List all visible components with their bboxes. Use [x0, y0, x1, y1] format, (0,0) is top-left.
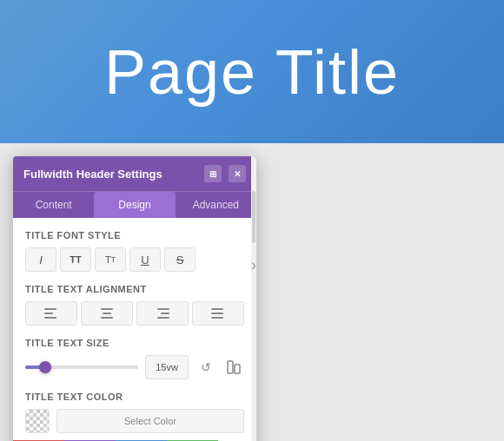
- tab-design[interactable]: Design: [94, 192, 175, 218]
- svg-rect-0: [228, 361, 233, 373]
- panel-settings-icon[interactable]: ⊞: [204, 165, 222, 182]
- panel-header: Fullwidth Header Settings ⊞ ✕: [13, 156, 256, 191]
- color-row: Select Color: [25, 409, 244, 433]
- panel-tabs: Content Design Advanced: [13, 191, 256, 218]
- text-size-row: 15vw ↺: [25, 355, 244, 379]
- panel-content: Title Font Style I TT TT U S Title Text …: [13, 218, 256, 440]
- tab-advanced[interactable]: Advanced: [176, 192, 256, 218]
- text-alignment-label: Title Text Alignment: [25, 284, 244, 294]
- panel-title: Fullwidth Header Settings: [23, 168, 204, 181]
- capitalize-button[interactable]: TT: [95, 247, 126, 272]
- align-center-button[interactable]: [81, 301, 133, 326]
- text-color-label: Title Text Color: [25, 392, 244, 402]
- side-arrow-icon: ›: [251, 256, 256, 274]
- size-reset-button[interactable]: ↺: [196, 357, 216, 378]
- font-style-label: Title Font Style: [25, 230, 244, 240]
- italic-button[interactable]: I: [25, 247, 56, 272]
- underline-button[interactable]: U: [129, 247, 161, 272]
- size-input[interactable]: 15vw: [145, 355, 189, 379]
- uppercase-button[interactable]: TT: [60, 247, 91, 272]
- settings-panel: Fullwidth Header Settings ⊞ ✕ Content De…: [13, 156, 256, 441]
- panel-close-icon[interactable]: ✕: [229, 165, 246, 182]
- scroll-thumb: [252, 191, 255, 243]
- size-unit-toggle[interactable]: [223, 357, 244, 378]
- page-header: Page Title: [0, 0, 504, 143]
- svg-rect-1: [235, 365, 240, 373]
- size-slider[interactable]: [25, 365, 138, 369]
- page-body: Fullwidth Header Settings ⊞ ✕ Content De…: [0, 143, 504, 441]
- select-color-button[interactable]: Select Color: [56, 409, 244, 433]
- font-style-buttons: I TT TT U S: [25, 247, 244, 272]
- align-left-button[interactable]: [25, 301, 77, 326]
- scrollbar[interactable]: [251, 156, 256, 441]
- tab-content[interactable]: Content: [13, 192, 94, 218]
- strikethrough-button[interactable]: S: [164, 247, 196, 272]
- text-size-label: Title Text Size: [25, 338, 244, 348]
- panel-header-icons: ⊞ ✕: [204, 165, 246, 182]
- alignment-buttons: [25, 301, 244, 326]
- color-swatch[interactable]: [25, 409, 50, 433]
- align-justify-button[interactable]: [192, 301, 244, 326]
- page-title: Page Title: [104, 36, 400, 108]
- align-right-button[interactable]: [136, 301, 189, 326]
